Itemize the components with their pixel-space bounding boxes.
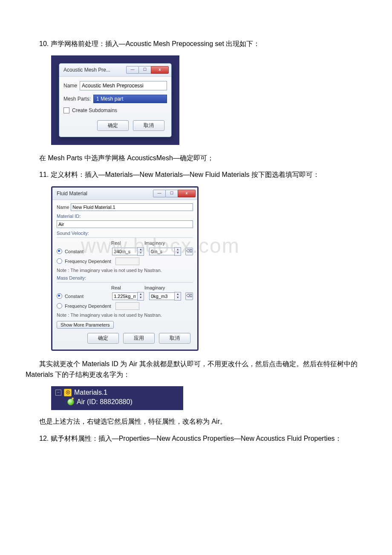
md-constant-label: Constant: [65, 294, 110, 299]
spinner-icon[interactable]: ▲▼: [174, 292, 181, 301]
column-real: Real: [111, 240, 144, 246]
eraser-icon[interactable]: ⌫: [185, 292, 193, 300]
acoustic-mesh-dialog: Acoustic Mesh Pre... — ☐ x Name Mesh Par…: [59, 63, 172, 137]
create-subdomains-checkbox[interactable]: [63, 107, 69, 113]
material-id-label: Material ID:: [57, 214, 193, 219]
materials-folder-icon: ⦿: [64, 389, 72, 396]
sound-velocity-label: Sound Velocity:: [57, 231, 193, 236]
window-minimize-button[interactable]: —: [153, 190, 166, 197]
tree-node-materials[interactable]: Materials.1: [74, 389, 107, 396]
feature-tree: – ⦿ Materials.1 Air (ID: 88820880): [51, 386, 183, 410]
cancel-button[interactable]: 取消: [133, 120, 164, 131]
dialog-title: Fluid Material: [57, 191, 151, 197]
tree-collapse-icon[interactable]: –: [55, 390, 61, 396]
fluid-material-dialog: Fluid Material — ☐ x Name Material ID:: [52, 188, 197, 350]
ok-button[interactable]: 确定: [87, 333, 119, 344]
window-close-button[interactable]: x: [178, 190, 196, 197]
sv-constant-label: Constant: [65, 249, 110, 254]
md-freqdep-radio[interactable]: [57, 303, 62, 309]
create-subdomains-label: Create Subdomains: [72, 107, 117, 113]
paragraph-10: 10. 声学网格前处理：插入—Acoustic Mesh Prepocessin…: [26, 38, 366, 49]
dialog-titlebar: Fluid Material — ☐ x: [52, 188, 197, 200]
md-imag-input[interactable]: [149, 292, 175, 300]
paragraph-11: 11. 定义材料：插入—Materials—New Materials—New …: [26, 169, 366, 180]
md-note: Note : The imaginary value is not used b…: [57, 312, 193, 318]
column-imaginary: Imaginary: [144, 285, 178, 290]
mass-density-label: Mass Density:: [57, 275, 193, 280]
paragraph-after-dlg2-a: 其实就更改个 Materials ID 为 Air 其余就都是默认即可，不用更改…: [26, 358, 366, 380]
fluid-material-dialog-wrapper: Fluid Material — ☐ x Name Material ID:: [51, 186, 199, 351]
dialog-titlebar: Acoustic Mesh Pre... — ☐ x: [59, 64, 171, 77]
name-input[interactable]: [80, 81, 167, 90]
dialog-title: Acoustic Mesh Pre...: [63, 67, 124, 73]
md-freqdep-label: Frequency Dependent: [65, 304, 111, 309]
cancel-button[interactable]: 取消: [159, 333, 190, 344]
acoustic-mesh-dialog-wrapper: Acoustic Mesh Pre... — ☐ x Name Mesh Par…: [51, 55, 179, 145]
paragraph-rename-note: 也是上述方法，右键选它然后属性，特征属性，改名称为 Air。: [26, 416, 366, 427]
name-label: Name: [63, 83, 77, 89]
paragraph-meshparts-note: 在 Mesh Parts 中选声学网格 AcousticsMesh—确定即可；: [26, 153, 366, 164]
column-imaginary: Imaginary: [144, 240, 178, 246]
md-real-input[interactable]: [112, 292, 138, 300]
window-maximize-button[interactable]: ☐: [165, 190, 178, 197]
spinner-icon[interactable]: ▲▼: [137, 247, 144, 256]
md-freqdep-field[interactable]: [115, 302, 139, 310]
meshparts-value[interactable]: 1 Mesh part: [93, 95, 167, 103]
name-input[interactable]: [71, 203, 193, 211]
spinner-icon[interactable]: ▲▼: [137, 292, 144, 301]
sv-freqdep-radio[interactable]: [57, 258, 62, 264]
apply-button[interactable]: 应用: [123, 333, 155, 344]
sv-note: Note : The imaginary value is not used b…: [57, 268, 193, 273]
material-item-icon: [67, 399, 74, 405]
meshparts-label: Mesh Parts:: [63, 96, 91, 102]
window-close-button[interactable]: x: [151, 66, 169, 74]
material-id-input[interactable]: [57, 220, 193, 228]
md-constant-radio[interactable]: [57, 293, 62, 299]
paragraph-12: 12. 赋予材料属性：插入—Properties—New Acoustics P…: [26, 433, 366, 444]
ok-button[interactable]: 确定: [97, 120, 129, 131]
show-more-parameters-button[interactable]: Show More Parameters: [57, 321, 114, 329]
name-label: Name: [57, 205, 69, 210]
sv-freqdep-field[interactable]: [115, 257, 139, 265]
window-maximize-button[interactable]: ☐: [138, 66, 151, 74]
eraser-icon[interactable]: ⌫: [185, 248, 193, 255]
window-minimize-button[interactable]: —: [126, 66, 139, 74]
sv-constant-radio[interactable]: [57, 249, 62, 254]
tree-node-air[interactable]: Air (ID: 88820880): [77, 398, 133, 406]
sv-real-input[interactable]: [112, 248, 138, 255]
column-real: Real: [111, 285, 144, 290]
spinner-icon[interactable]: ▲▼: [174, 247, 181, 256]
sv-freqdep-label: Frequency Dependent: [65, 259, 111, 264]
sv-imag-input[interactable]: [149, 248, 175, 255]
